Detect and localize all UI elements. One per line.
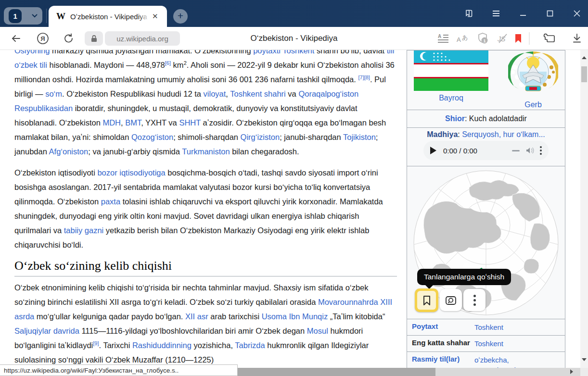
scroll-up-arrow[interactable] <box>580 54 588 62</box>
visual-search-button[interactable] <box>440 289 462 311</box>
official-languages-label-link[interactable]: Rasmiy til(lar) <box>412 355 474 368</box>
reader-mode-button[interactable]: A <box>435 27 451 50</box>
speaker-icon[interactable] <box>525 147 534 154</box>
scroll-right-arrow[interactable] <box>568 368 575 376</box>
yandex-home-button[interactable]: Я <box>36 27 50 50</box>
largest-city-value-link[interactable]: Toshkent <box>474 338 503 349</box>
add-to-favorites-tooltip: Tanlanganlarga qoʻshish <box>417 269 511 285</box>
javascript-blocked-button[interactable]: JS <box>495 27 510 50</box>
tab-title: Oʻzbekiston - Vikipediya <box>70 13 149 21</box>
country-infobox: Bayroq Gerb <box>407 50 565 368</box>
tab-count-badge: 1 <box>9 9 22 23</box>
download-icon <box>572 33 582 44</box>
minimize-icon[interactable] <box>518 8 528 19</box>
browser-tab[interactable]: W Oʻzbekiston - Vikipediya ✕ <box>49 6 167 27</box>
javascript-blocked-icon: JS <box>496 33 509 44</box>
vertical-scrollbar-thumb[interactable] <box>581 66 587 82</box>
capital-value-link[interactable]: Toshkent <box>474 322 503 332</box>
add-to-favorites-button[interactable] <box>415 288 438 312</box>
maximize-icon[interactable] <box>545 8 555 19</box>
translate-icon: A あ <box>457 33 470 44</box>
protect-shield-button[interactable]: 1 <box>475 27 492 50</box>
tab-group-counter[interactable]: 1 <box>4 7 42 25</box>
extensions-icon <box>543 33 556 44</box>
motto-label-link[interactable]: Shior <box>445 114 465 123</box>
shield-badge: 1 <box>483 38 486 43</box>
bookmark-page-button[interactable] <box>511 27 525 50</box>
infobox-anthem-row: Madhiya: Serquyosh, hur oʻlkam... 0:00 /… <box>407 128 565 166</box>
largest-city-label: Eng katta shahar <box>412 338 474 349</box>
reload-button[interactable] <box>62 27 76 50</box>
camera-search-icon <box>445 295 457 305</box>
downloads-button[interactable] <box>570 27 584 50</box>
svg-text:A: A <box>438 34 441 39</box>
svg-text:あ: あ <box>462 34 468 41</box>
browser-titlebar: 1 W Oʻzbekiston - Vikipediya ✕ + <box>0 0 588 27</box>
lock-icon <box>91 35 97 42</box>
site-security-button[interactable] <box>85 31 103 46</box>
anthem-title-link[interactable]: Serquyosh, hur oʻlkam... <box>462 130 545 138</box>
page-content: Osiyoning markaziy qismida joylashgan ma… <box>0 50 580 368</box>
sidebar-panel-icon[interactable] <box>464 8 474 19</box>
more-options-icon <box>473 295 476 306</box>
tab-close-icon[interactable]: ✕ <box>152 12 158 21</box>
bookmark-red-icon <box>514 34 522 43</box>
image-hover-buttons <box>415 289 486 312</box>
protect-shield-icon: 1 <box>477 32 490 45</box>
uzbekistan-emblem-image[interactable] <box>508 50 558 99</box>
translate-button[interactable]: A あ <box>455 27 472 50</box>
toolbar-separator <box>528 27 530 50</box>
chevron-down-icon <box>32 14 38 18</box>
address-bar[interactable]: uz.wikipedia.org <box>105 31 180 46</box>
svg-text:A: A <box>457 36 461 43</box>
article-paragraph: Oʻzbek etnonimining kelib chiqishi toʻgʻ… <box>14 280 397 367</box>
scroll-down-arrow[interactable] <box>580 356 588 363</box>
tabbar-separator <box>46 9 47 23</box>
article-paragraph: Osiyoning markaziy qismida joylashgan ma… <box>14 50 397 159</box>
vertical-scrollbar[interactable] <box>580 50 588 368</box>
scrollbar-corner <box>580 368 588 376</box>
infobox-row-official-languages: Rasmiy til(lar) oʻzbekcha,qoraqalpoqcha <box>407 352 565 368</box>
image-more-options-button[interactable] <box>463 289 486 311</box>
wikipedia-favicon-icon: W <box>56 11 65 22</box>
status-bar-url: https://uz.wikipedia.org/wiki/Fayl:Узбек… <box>0 364 238 376</box>
infobox-images-row: Bayroq Gerb <box>407 50 565 110</box>
emblem-caption-link[interactable]: Gerb <box>524 100 542 109</box>
svg-text:Я: Я <box>40 35 45 42</box>
audio-player[interactable]: 0:00 / 0:00 <box>423 141 549 160</box>
anthem-label-link[interactable]: Madhiya <box>427 130 458 138</box>
infobox-map-row: Tanlanganlarga qoʻshish <box>407 166 565 319</box>
article-body: Osiyoning markaziy qismida joylashgan ma… <box>14 50 397 368</box>
url-text: uz.wikipedia.org <box>116 35 168 43</box>
audio-menu-icon[interactable] <box>540 146 542 155</box>
audio-time: 0:00 / 0:00 <box>443 147 506 155</box>
infobox-row-capital: Poytaxt Toshkent <box>407 319 565 336</box>
uzbekistan-flag-image[interactable] <box>414 50 488 91</box>
section-heading: Oʻzbek soʻzining kelib chiqishi <box>14 259 397 276</box>
anthem-separator: : <box>458 130 462 138</box>
new-tab-button[interactable]: + <box>173 9 188 24</box>
menu-hamburger-icon[interactable] <box>491 8 501 19</box>
motto-text: : Kuch adolatdadir <box>465 114 527 123</box>
close-icon[interactable] <box>572 8 582 19</box>
flag-caption-link[interactable]: Bayroq <box>439 94 463 102</box>
bookmark-outline-icon <box>422 295 431 306</box>
volume-slider[interactable] <box>512 150 520 151</box>
play-icon[interactable] <box>430 147 436 154</box>
back-button[interactable] <box>9 27 23 50</box>
article-paragraph: Oʻzbekiston iqtisodiyoti bozor iqtisodiy… <box>14 165 397 252</box>
reader-mode-icon: A <box>437 34 449 43</box>
infobox-motto-row: Shior: Kuch adolatdadir <box>407 110 565 128</box>
capital-label-link[interactable]: Poytaxt <box>412 322 474 332</box>
infobox-row-largest-city: Eng katta shahar Toshkent <box>407 336 565 352</box>
extensions-button[interactable] <box>541 27 558 50</box>
official-languages-value-link[interactable]: oʻzbekcha,qoraqalpoqcha <box>474 355 522 368</box>
browser-toolbar: Я uz.wikipedia.org Oʻzbekiston - Vikiped… <box>0 27 588 50</box>
